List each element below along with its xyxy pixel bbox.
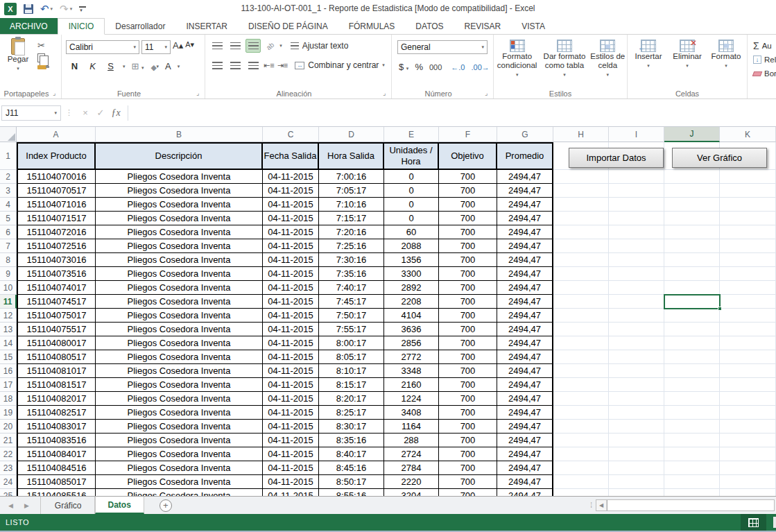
horizontal-scrollbar[interactable]: ◀ bbox=[596, 499, 775, 511]
header-cell-A1[interactable]: Index Producto bbox=[17, 142, 96, 170]
font-color-button[interactable]: A bbox=[165, 61, 171, 71]
number-format-combo[interactable]: General▾ bbox=[397, 40, 488, 54]
cell-F24[interactable]: 700 bbox=[439, 475, 497, 489]
cell-B18[interactable]: Pliegos Cosedora Inventa bbox=[96, 392, 263, 406]
cell-F5[interactable]: 700 bbox=[439, 212, 497, 225]
select-all-corner[interactable] bbox=[0, 127, 17, 142]
cell-E13[interactable]: 3636 bbox=[384, 323, 439, 336]
cell-J7[interactable] bbox=[664, 239, 720, 253]
cell-H24[interactable] bbox=[553, 475, 609, 489]
cell-E21[interactable]: 288 bbox=[384, 434, 439, 447]
cell-D22[interactable]: 8:40:17 bbox=[319, 447, 384, 461]
cell-I8[interactable] bbox=[609, 253, 664, 267]
dialog-launcher-icon[interactable]: ⌟ bbox=[485, 90, 491, 96]
cell-F12[interactable]: 700 bbox=[439, 309, 497, 323]
font-size-combo[interactable]: 11▾ bbox=[141, 40, 171, 54]
cell-K6[interactable] bbox=[720, 225, 776, 239]
normal-view-button[interactable] bbox=[741, 514, 766, 531]
header-cell-F1[interactable]: Objetivo bbox=[439, 142, 497, 170]
cell-I23[interactable] bbox=[609, 461, 664, 475]
cell-A2[interactable]: 151104070016 bbox=[17, 170, 96, 184]
cell-J10[interactable] bbox=[664, 281, 720, 295]
cell-F23[interactable]: 700 bbox=[439, 461, 497, 475]
page-layout-view-button[interactable] bbox=[773, 517, 776, 528]
cell-B21[interactable]: Pliegos Cosedora Inventa bbox=[96, 434, 263, 447]
cell-D14[interactable]: 8:00:17 bbox=[319, 336, 384, 350]
row-header-13[interactable]: 13 bbox=[0, 323, 17, 336]
cell-J8[interactable] bbox=[664, 253, 720, 267]
cell-C18[interactable]: 04-11-2015 bbox=[263, 392, 319, 406]
cell-J15[interactable] bbox=[664, 350, 720, 364]
name-box[interactable]: J11 ▾ bbox=[1, 105, 61, 121]
cell-D8[interactable]: 7:30:16 bbox=[319, 253, 384, 267]
cell-G24[interactable]: 2494,47 bbox=[497, 475, 553, 489]
cell-I12[interactable] bbox=[609, 309, 664, 323]
cell-J18[interactable] bbox=[664, 392, 720, 406]
cell-B17[interactable]: Pliegos Cosedora Inventa bbox=[96, 378, 263, 392]
dialog-launcher-icon[interactable]: ⌟ bbox=[196, 90, 202, 96]
cell-K22[interactable] bbox=[720, 447, 776, 461]
cell-B9[interactable]: Pliegos Cosedora Inventa bbox=[96, 267, 263, 281]
cell-G3[interactable]: 2494,47 bbox=[497, 184, 553, 198]
cell-J2[interactable] bbox=[664, 170, 720, 184]
align-left-button[interactable] bbox=[209, 58, 225, 72]
cell-F22[interactable]: 700 bbox=[439, 447, 497, 461]
cell-E3[interactable]: 0 bbox=[384, 184, 439, 198]
fill-handle[interactable] bbox=[718, 307, 722, 311]
column-header-F[interactable]: F bbox=[439, 127, 497, 142]
cell-J16[interactable] bbox=[664, 364, 720, 378]
cell-A9[interactable]: 151104073516 bbox=[17, 267, 96, 281]
cell-G23[interactable]: 2494,47 bbox=[497, 461, 553, 475]
cell-F10[interactable]: 700 bbox=[439, 281, 497, 295]
cell-F16[interactable]: 700 bbox=[439, 364, 497, 378]
cell-I9[interactable] bbox=[609, 267, 664, 281]
ribbon-tab-insertar[interactable]: INSERTAR bbox=[175, 18, 238, 34]
column-header-D[interactable]: D bbox=[319, 127, 384, 142]
cell-I15[interactable] bbox=[609, 350, 664, 364]
new-sheet-button[interactable]: + bbox=[159, 499, 172, 512]
row-header-2[interactable]: 2 bbox=[0, 170, 17, 184]
cell-H10[interactable] bbox=[553, 281, 609, 295]
cell-H25[interactable] bbox=[553, 489, 609, 496]
cell-G20[interactable]: 2494,47 bbox=[497, 420, 553, 434]
decrease-indent-button[interactable]: ⇤≡ bbox=[264, 61, 275, 70]
selected-cell[interactable] bbox=[664, 294, 721, 309]
cell-I25[interactable] bbox=[609, 489, 664, 496]
cell-C15[interactable]: 04-11-2015 bbox=[263, 350, 319, 364]
cell-D19[interactable]: 8:25:17 bbox=[319, 406, 384, 420]
cell-K5[interactable] bbox=[720, 212, 776, 225]
cell-K24[interactable] bbox=[720, 475, 776, 489]
cell-F7[interactable]: 700 bbox=[439, 239, 497, 253]
cell-F9[interactable]: 700 bbox=[439, 267, 497, 281]
header-cell-E1[interactable]: Unidades / Hora bbox=[384, 142, 439, 170]
cell-C25[interactable]: 04-11-2015 bbox=[263, 489, 319, 496]
cell-C7[interactable]: 04-11-2015 bbox=[263, 239, 319, 253]
cell-F13[interactable]: 700 bbox=[439, 323, 497, 336]
cell-A13[interactable]: 151104075517 bbox=[17, 323, 96, 336]
cell-G5[interactable]: 2494,47 bbox=[497, 212, 553, 225]
dialog-launcher-icon[interactable]: ⌟ bbox=[383, 90, 389, 96]
cell-A12[interactable]: 151104075017 bbox=[17, 309, 96, 323]
cell-I20[interactable] bbox=[609, 420, 664, 434]
orientation-button[interactable]: ab bbox=[265, 40, 276, 51]
fill-button[interactable]: ↓Rel bbox=[753, 53, 776, 67]
header-cell-B1[interactable]: Descripción bbox=[96, 142, 263, 170]
cell-F25[interactable]: 700 bbox=[439, 489, 497, 496]
cell-G12[interactable]: 2494,47 bbox=[497, 309, 553, 323]
cell-J24[interactable] bbox=[664, 475, 720, 489]
cell-C20[interactable]: 04-11-2015 bbox=[263, 420, 319, 434]
cell-C11[interactable]: 04-11-2015 bbox=[263, 295, 319, 309]
cell-H7[interactable] bbox=[553, 239, 609, 253]
cell-B4[interactable]: Pliegos Cosedora Inventa bbox=[96, 198, 263, 212]
cell-A10[interactable]: 151104074017 bbox=[17, 281, 96, 295]
cell-D4[interactable]: 7:10:16 bbox=[319, 198, 384, 212]
align-bottom-button[interactable] bbox=[245, 39, 261, 53]
header-cell-D1[interactable]: Hora Salida bbox=[319, 142, 384, 170]
cell-B20[interactable]: Pliegos Cosedora Inventa bbox=[96, 420, 263, 434]
cell-D15[interactable]: 8:05:17 bbox=[319, 350, 384, 364]
cell-G10[interactable]: 2494,47 bbox=[497, 281, 553, 295]
row-header-24[interactable]: 24 bbox=[0, 475, 17, 489]
cell-F3[interactable]: 700 bbox=[439, 184, 497, 198]
cell-E11[interactable]: 2208 bbox=[384, 295, 439, 309]
cell-C2[interactable]: 04-11-2015 bbox=[263, 170, 319, 184]
